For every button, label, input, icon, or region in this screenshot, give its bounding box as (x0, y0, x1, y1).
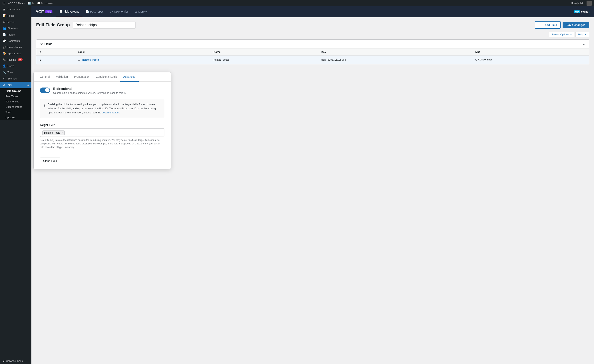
tab-conditional-logic[interactable]: Conditional Logic (93, 73, 120, 82)
comments-icon: 💬 (37, 2, 40, 5)
wp-logo-icon[interactable]: ⊞ (2, 1, 5, 5)
plugins-badge: 10 (18, 58, 23, 61)
sidebar-item-users[interactable]: 👤 Users (0, 63, 31, 69)
acf-nav-more-icon: ⊞ (135, 10, 137, 13)
field-label-cell: ▲ Related Posts (75, 56, 210, 64)
info-icon: ℹ (44, 103, 45, 108)
sidebar-acf-collapse-icon: ◀ (27, 84, 29, 86)
field-group-name-input[interactable] (73, 22, 136, 28)
directors-icon: 👥 (2, 27, 6, 30)
sidebar-item-media[interactable]: 🖼 Media (0, 19, 31, 25)
fields-section-header: ⚙ Fields ▲ (36, 40, 589, 48)
sidebar-item-settings[interactable]: ⚙ Settings (0, 75, 31, 82)
sidebar-submenu-item-options-pages[interactable]: Options Pages (0, 104, 31, 110)
target-field-input[interactable]: Related Posts × (40, 129, 164, 137)
bidirectional-toggle[interactable] (40, 87, 50, 93)
field-name: related_posts (210, 56, 318, 64)
wpengine-icon: WP (574, 10, 580, 13)
help-button[interactable]: Help ▼ (575, 32, 589, 37)
target-field-label: Target Field (40, 123, 164, 126)
field-tabs: General Validation Presentation Conditio… (34, 73, 171, 82)
sidebar-item-comments[interactable]: 💬 Comments (0, 38, 31, 44)
new-content-button[interactable]: + New (45, 2, 53, 5)
fields-collapse-icon[interactable]: ▲ (583, 43, 585, 46)
add-field-icon: ＋ (538, 23, 541, 27)
updates-count[interactable]: 🔄 14 (28, 2, 34, 5)
sidebar-item-acf[interactable]: A ACF ◀ (0, 82, 31, 88)
field-label-link[interactable]: Related Posts (82, 58, 99, 61)
sidebar-item-dashboard[interactable]: ⊞ Dashboard (0, 6, 31, 13)
table-header-row: # Label Name Key Type (36, 48, 589, 56)
field-editor-body: Bidirectional Update a field on the sele… (34, 82, 171, 154)
header-actions: ＋ + Add Field Save Changes (535, 21, 589, 29)
field-num: 1 (36, 56, 75, 64)
content-area: ACF PRO ☰ Field Groups 📄 Post Types 🏷 Ta… (31, 6, 594, 364)
sidebar-item-directors[interactable]: 👥 Directors (0, 25, 31, 31)
tab-validation[interactable]: Validation (53, 73, 71, 82)
col-label: Label (75, 48, 210, 56)
help-chevron-icon: ▼ (584, 33, 587, 36)
acf-nav-field-groups-icon: ☰ (60, 10, 62, 13)
add-field-button[interactable]: ＋ + Add Field (535, 21, 560, 29)
acf-nav-taxonomies[interactable]: 🏷 Taxonomies (107, 6, 132, 17)
info-text: Enabling the bidirectional setting allow… (48, 102, 160, 115)
acf-logo-text: ACF (35, 9, 44, 14)
acf-nav-more[interactable]: ⊞ More ▾ (132, 6, 150, 17)
acf-nav-taxonomies-icon: 🏷 (110, 10, 113, 13)
avatar (587, 0, 592, 6)
acf-logo: ACF PRO (35, 9, 53, 14)
wpengine-logo: WP engine ● (574, 10, 590, 13)
sidebar-item-posts[interactable]: 📝 Posts (0, 13, 31, 19)
acf-icon: A (2, 83, 6, 87)
acf-nav-post-types[interactable]: 📄 Post Types (82, 6, 107, 17)
collapse-menu-button[interactable]: ◀ Collapse menu (0, 358, 31, 364)
posts-icon: 📝 (2, 14, 6, 17)
target-field-tag-remove[interactable]: × (61, 131, 63, 134)
wpengine-dot: ● (589, 11, 590, 13)
save-changes-button[interactable]: Save Changes (563, 22, 589, 28)
pages-icon: 📄 (2, 33, 6, 36)
sidebar-item-headphones[interactable]: 🎧 Headphones (0, 44, 31, 50)
comments-count[interactable]: 💬 0 (37, 2, 42, 5)
updates-icon: 🔄 (28, 2, 31, 5)
toggle-info: Bidirectional Update a field on the sele… (53, 87, 126, 94)
comments-icon: 💬 (2, 39, 6, 42)
bidirectional-info-box: ℹ Enabling the bidirectional setting all… (40, 99, 164, 118)
sidebar-item-tools[interactable]: 🔧 Tools (0, 69, 31, 75)
documentation-link[interactable]: documentation (102, 111, 118, 114)
site-name[interactable]: ACF 6.1 Demo (8, 2, 25, 5)
drag-handle-icon[interactable]: ▲ (78, 59, 80, 61)
sidebar-submenu-item-tools[interactable]: Tools (0, 110, 31, 115)
settings-icon: ⚙ (2, 77, 6, 80)
fields-gear-icon: ⚙ (40, 42, 43, 46)
fields-section-title: ⚙ Fields (40, 42, 52, 46)
field-key: field_63ce71610d9b4 (318, 56, 472, 64)
sidebar-item-appearance[interactable]: 🎨 Appearance (0, 50, 31, 57)
fields-section: ⚙ Fields ▲ # Label Name Key Type (36, 40, 589, 64)
screen-options-button[interactable]: Screen Options ▼ (549, 32, 575, 37)
sidebar-submenu-item-field-groups[interactable]: Field Groups (0, 88, 31, 94)
tools-icon: 🔧 (2, 71, 6, 74)
sidebar-item-plugins[interactable]: 🔌 Plugins 10 (0, 57, 31, 63)
target-field-hint: Select field(s) to store the reference b… (40, 138, 164, 149)
acf-nav-field-groups[interactable]: ☰ Field Groups (56, 6, 82, 17)
fields-table: # Label Name Key Type 1 ▲ Related P (36, 48, 589, 64)
admin-bar-right: Howdy, Iain (571, 0, 592, 6)
collapse-icon: ◀ (2, 359, 4, 362)
sidebar-submenu-item-updates[interactable]: Updates (0, 115, 31, 120)
tab-general[interactable]: General (37, 73, 53, 82)
screen-options-chevron-icon: ▼ (570, 33, 572, 36)
tab-presentation[interactable]: Presentation (71, 73, 93, 82)
sidebar-submenu-item-taxonomies[interactable]: Taxonomies (0, 99, 31, 104)
tab-advanced[interactable]: Advanced (120, 73, 138, 82)
close-field-button[interactable]: Close Field (40, 158, 60, 164)
col-type: Type (472, 48, 589, 56)
dashboard-icon: ⊞ (2, 8, 6, 11)
sidebar-item-pages[interactable]: 📄 Pages (0, 31, 31, 38)
admin-bar-left: ⊞ ACF 6.1 Demo 🔄 14 💬 0 + New (2, 1, 568, 5)
target-field-section: Target Field Related Posts × Select fiel… (40, 123, 164, 149)
sidebar-submenu-item-post-types[interactable]: Post Types (0, 94, 31, 99)
field-type-cell: ⟲ Relationship (472, 56, 589, 64)
media-icon: 🖼 (2, 20, 6, 24)
acf-topnav: ACF PRO ☰ Field Groups 📄 Post Types 🏷 Ta… (31, 6, 594, 17)
